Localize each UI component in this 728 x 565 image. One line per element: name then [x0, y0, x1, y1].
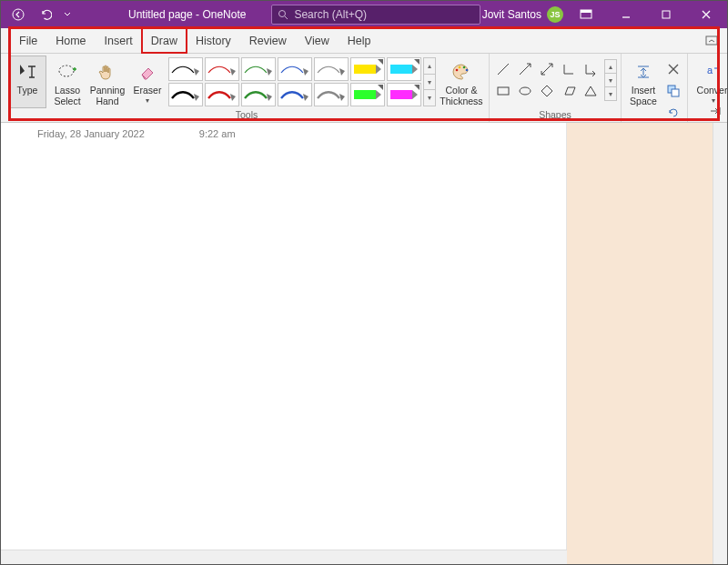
group-label-tools: Tools [8, 109, 485, 122]
shapes-gallery-more[interactable]: ▴▾▾ [604, 59, 617, 101]
insert-space-icon [634, 60, 652, 84]
pen[interactable] [168, 57, 203, 81]
tab-view[interactable]: View [296, 28, 339, 53]
close-button[interactable] [689, 1, 723, 28]
svg-point-12 [459, 66, 461, 69]
rotate-button[interactable] [663, 103, 683, 123]
delete-button[interactable] [663, 59, 683, 79]
arrange-button[interactable] [663, 81, 683, 101]
search-placeholder: Search (Alt+Q) [294, 8, 367, 21]
shape-elbow-arrow[interactable] [581, 59, 601, 79]
shape-rect[interactable] [493, 81, 513, 101]
pen[interactable] [314, 57, 349, 81]
svg-rect-3 [581, 10, 592, 13]
tab-history[interactable]: History [187, 28, 240, 53]
convert-icon: a [703, 60, 723, 84]
svg-point-6 [59, 66, 74, 76]
ribbon-mode-button[interactable] [569, 1, 603, 28]
pen[interactable] [278, 83, 312, 106]
side-panel[interactable] [567, 123, 713, 564]
collapse-ribbon-button[interactable] [702, 32, 722, 50]
pen[interactable] [241, 57, 276, 81]
svg-rect-9 [354, 90, 376, 99]
shape-parallelogram[interactable] [559, 81, 579, 101]
vertical-scrollbar[interactable] [713, 123, 727, 564]
search-box[interactable]: Search (Alt+Q) [271, 5, 480, 25]
highlighter-pen[interactable] [387, 83, 421, 106]
user-name[interactable]: Jovit Santos [482, 8, 541, 21]
shape-triangle[interactable] [581, 81, 601, 101]
pen[interactable] [278, 57, 312, 81]
panning-hand-button[interactable]: Panning Hand [88, 55, 126, 108]
eraser-button[interactable]: Eraser ▾ [128, 55, 167, 108]
shape-elbow[interactable] [559, 59, 579, 79]
undo-button[interactable] [34, 3, 57, 26]
shape-line[interactable] [493, 59, 513, 79]
tab-home[interactable]: Home [46, 28, 95, 53]
shape-diamond[interactable] [537, 81, 557, 101]
pin-ribbon-button[interactable] [709, 106, 722, 118]
lasso-icon [56, 60, 78, 84]
horizontal-scrollbar[interactable] [1, 550, 567, 564]
shape-arrow[interactable] [515, 59, 535, 79]
pen-gallery [168, 55, 421, 106]
svg-rect-18 [672, 89, 679, 96]
page-time: 9:22 am [199, 128, 236, 139]
menu-bar: File Home Insert Draw History Review Vie… [1, 28, 727, 54]
page-date: Friday, 28 January 2022 [37, 128, 145, 139]
svg-rect-10 [390, 90, 412, 99]
lasso-select-button[interactable]: Lasso Select [48, 55, 86, 108]
search-icon [278, 9, 288, 20]
highlighter-pen[interactable] [387, 57, 421, 81]
insert-space-button[interactable]: Insert Space [625, 55, 662, 108]
svg-rect-4 [662, 11, 670, 18]
svg-rect-15 [498, 87, 509, 95]
svg-point-14 [466, 69, 469, 72]
color-thickness-button[interactable]: Color & Thickness [438, 55, 485, 108]
pen[interactable] [314, 83, 349, 106]
chevron-down-icon: ▾ [146, 96, 149, 105]
shapes-gallery [493, 55, 601, 101]
highlighter-pen[interactable] [350, 83, 385, 106]
pen[interactable] [241, 83, 276, 106]
pen[interactable] [205, 57, 239, 81]
svg-point-0 [13, 9, 24, 20]
hand-icon [97, 60, 117, 84]
svg-point-1 [279, 11, 286, 17]
qat-dropdown[interactable] [61, 3, 74, 26]
group-label-shapes: Shapes [493, 109, 617, 122]
window-title: Untitled page - OneNote [128, 8, 246, 21]
cursor-text-icon [17, 60, 37, 84]
svg-point-13 [463, 66, 466, 69]
svg-rect-7 [354, 65, 376, 74]
tab-help[interactable]: Help [339, 28, 380, 53]
chevron-down-icon: ▾ [712, 96, 715, 105]
title-bar: Untitled page - OneNote Search (Alt+Q) J… [1, 1, 727, 28]
ribbon-draw: Type Lasso Select Panning Hand Eraser ▾ … [1, 54, 727, 123]
pen[interactable] [205, 83, 239, 106]
user-avatar[interactable]: JS [547, 6, 563, 23]
svg-rect-8 [390, 65, 412, 74]
tab-insert[interactable]: Insert [96, 28, 142, 53]
svg-point-16 [520, 87, 531, 95]
back-button[interactable] [6, 3, 30, 26]
maximize-button[interactable] [649, 1, 683, 28]
svg-text:a: a [707, 65, 713, 76]
shape-double-arrow[interactable] [537, 59, 557, 79]
highlighter-pen[interactable] [350, 57, 385, 81]
type-tool-button[interactable]: Type [8, 55, 46, 108]
minimize-button[interactable] [609, 1, 643, 28]
tab-file[interactable]: File [10, 28, 46, 53]
convert-button[interactable]: a Convert ▾ [692, 55, 728, 108]
pen-gallery-more[interactable]: ▴▾▾ [423, 57, 436, 106]
tab-draw[interactable]: Draw [142, 28, 187, 53]
page-canvas: Friday, 28 January 2022 9:22 am [1, 123, 727, 564]
note-page[interactable]: Friday, 28 January 2022 9:22 am [1, 123, 567, 564]
palette-icon [450, 60, 472, 84]
svg-point-11 [456, 69, 459, 72]
tab-review[interactable]: Review [240, 28, 296, 53]
pen[interactable] [168, 83, 203, 106]
eraser-icon [137, 60, 157, 84]
shape-ellipse[interactable] [515, 81, 535, 101]
